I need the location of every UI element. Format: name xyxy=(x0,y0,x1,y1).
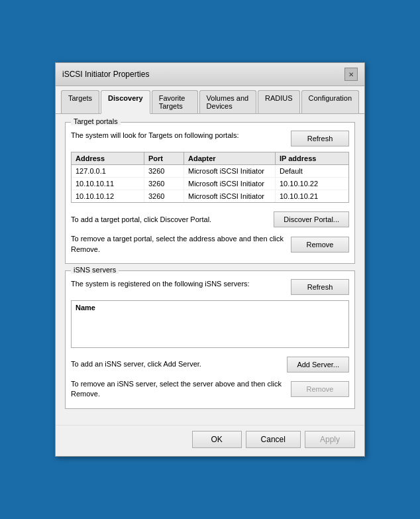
isns-list[interactable]: Name xyxy=(71,300,349,348)
col-port: Port xyxy=(144,152,184,164)
row2-adapter: Microsoft iSCSI Initiator xyxy=(184,190,276,202)
row0-address: 127.0.0.1 xyxy=(72,165,144,177)
row1-ip: 10.10.10.22 xyxy=(276,178,348,190)
target-portals-description: The system will look for Targets on foll… xyxy=(71,131,291,141)
add-server-button[interactable]: Add Server... xyxy=(287,357,349,373)
close-button[interactable]: ✕ xyxy=(344,68,358,81)
target-portals-label: Target portals xyxy=(71,117,121,125)
col-address: Address xyxy=(72,152,144,164)
isns-servers-inner: The system is registered on the followin… xyxy=(71,276,349,403)
row2-ip: 10.10.10.21 xyxy=(276,190,348,202)
ok-button[interactable]: OK xyxy=(192,431,242,448)
tab-favorite-targets[interactable]: Favorite Targets xyxy=(152,90,198,113)
col-ip: IP address xyxy=(276,152,348,164)
tab-bar: Targets Discovery Favorite Targets Volum… xyxy=(56,86,364,114)
target-portals-inner: The system will look for Targets on foll… xyxy=(71,128,349,258)
col-adapter: Adapter xyxy=(184,152,276,164)
tab-configuration[interactable]: Configuration xyxy=(301,90,359,113)
row0-port: 3260 xyxy=(144,165,184,177)
target-portals-refresh-button[interactable]: Refresh xyxy=(291,131,349,146)
tab-targets[interactable]: Targets xyxy=(61,90,99,113)
row1-port: 3260 xyxy=(144,178,184,190)
discover-portal-button[interactable]: Discover Portal... xyxy=(274,211,349,227)
isns-servers-section: iSNS servers The system is registered on… xyxy=(65,270,355,409)
row2-port: 3260 xyxy=(144,190,184,202)
add-server-text: To add an iSNS server, click Add Server. xyxy=(71,359,287,369)
table-row[interactable]: 127.0.0.1 3260 Microsoft iSCSI Initiator… xyxy=(72,165,348,178)
add-server-row: To add an iSNS server, click Add Server.… xyxy=(71,353,349,376)
isns-description: The system is registered on the followin… xyxy=(71,279,291,289)
row0-ip: Default xyxy=(276,165,348,177)
isns-header-row: The system is registered on the followin… xyxy=(71,279,349,295)
tab-content: Target portals The system will look for … xyxy=(56,114,364,425)
table-header-row: Address Port Adapter IP address xyxy=(72,152,348,165)
tab-volumes-devices[interactable]: Volumes and Devices xyxy=(199,90,256,113)
tab-discovery[interactable]: Discovery xyxy=(101,90,150,114)
bottom-bar: OK Cancel Apply xyxy=(56,425,364,456)
row1-adapter: Microsoft iSCSI Initiator xyxy=(184,178,276,190)
remove-portal-button[interactable]: Remove xyxy=(291,237,349,253)
remove-server-button[interactable]: Remove xyxy=(291,381,349,397)
isns-servers-label: iSNS servers xyxy=(71,266,119,274)
title-bar: iSCSI Initiator Properties ✕ xyxy=(56,63,364,86)
table-row[interactable]: 10.10.10.12 3260 Microsoft iSCSI Initiat… xyxy=(72,190,348,202)
cancel-button[interactable]: Cancel xyxy=(246,431,301,448)
tab-radius[interactable]: RADIUS xyxy=(258,90,300,113)
target-portals-section: Target portals The system will look for … xyxy=(65,122,355,264)
dialog: iSCSI Initiator Properties ✕ Targets Dis… xyxy=(55,62,365,457)
row0-adapter: Microsoft iSCSI Initiator xyxy=(184,165,276,177)
target-portals-header-row: The system will look for Targets on foll… xyxy=(71,131,349,146)
remove-server-text: To remove an iSNS server, select the ser… xyxy=(71,379,291,400)
table-row[interactable]: 10.10.10.11 3260 Microsoft iSCSI Initiat… xyxy=(72,178,348,190)
row2-address: 10.10.10.12 xyxy=(72,190,144,202)
dialog-title: iSCSI Initiator Properties xyxy=(62,70,149,79)
isns-refresh-button[interactable]: Refresh xyxy=(291,279,349,295)
remove-server-row: To remove an iSNS server, select the ser… xyxy=(71,376,349,403)
discover-portal-row: To add a target portal, click Discover P… xyxy=(71,208,349,231)
row1-address: 10.10.10.11 xyxy=(72,178,144,190)
target-portals-table: Address Port Adapter IP address 127.0.0.… xyxy=(71,152,349,203)
remove-portal-text: To remove a target portal, select the ad… xyxy=(71,234,291,255)
apply-button[interactable]: Apply xyxy=(305,431,355,448)
remove-portal-row: To remove a target portal, select the ad… xyxy=(71,231,349,258)
add-portal-text: To add a target portal, click Discover P… xyxy=(71,215,274,225)
isns-list-name-header: Name xyxy=(76,304,344,312)
